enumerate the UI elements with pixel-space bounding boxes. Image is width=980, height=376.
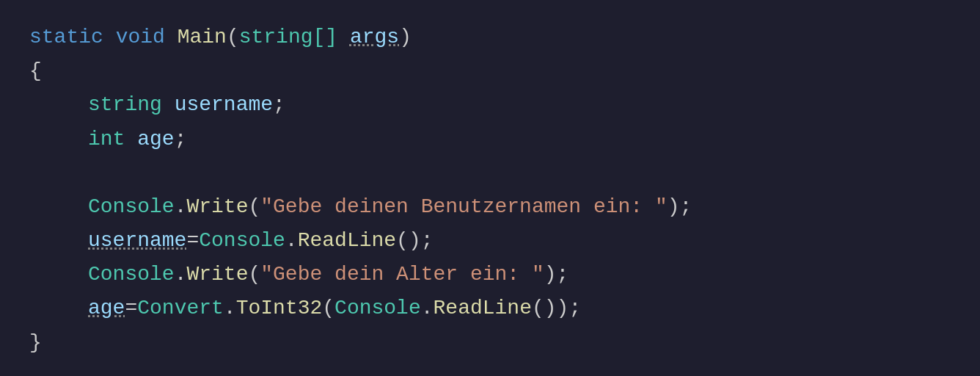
code-line-4: int age ; bbox=[29, 123, 951, 156]
code-line-7: username = Console . ReadLine () ; bbox=[29, 224, 951, 258]
param-name-args: args bbox=[350, 21, 399, 54]
code-line-1: static void Main ( string[] args ) bbox=[29, 21, 951, 54]
inner-parens: () bbox=[532, 292, 557, 325]
method-write-1: Write bbox=[186, 190, 248, 224]
string-gebe-benutzernamen: "Gebe deinen Benutzernamen ein: " bbox=[260, 190, 668, 224]
semi-3: ; bbox=[680, 190, 692, 224]
paren-open: ( bbox=[227, 21, 239, 54]
param-type-string: string[] bbox=[239, 21, 337, 54]
code-editor: static void Main ( string[] args ) { str… bbox=[0, 0, 980, 376]
code-line-8: Console . Write ( "Gebe dein Alter ein: … bbox=[29, 258, 951, 292]
dot-4: . bbox=[224, 292, 236, 325]
code-line-6: Console . Write ( "Gebe deinen Benutzern… bbox=[29, 190, 951, 224]
function-name-main: Main bbox=[178, 21, 227, 54]
dot-2: . bbox=[285, 224, 298, 258]
method-readline-2: ReadLine bbox=[434, 292, 532, 325]
semi-4: ; bbox=[421, 224, 434, 258]
semi-1: ; bbox=[273, 88, 285, 122]
empty-line-1 bbox=[29, 156, 951, 190]
keyword-void: void bbox=[116, 21, 165, 54]
code-block: static void Main ( string[] args ) { str… bbox=[29, 21, 951, 360]
dot-5: . bbox=[421, 292, 434, 325]
method-readline-1: ReadLine bbox=[298, 224, 396, 258]
paren-close-4: ) bbox=[557, 292, 569, 325]
code-line-10: } bbox=[29, 326, 951, 360]
var-age: age bbox=[137, 123, 174, 156]
dot-3: . bbox=[175, 258, 187, 292]
operator-eq-2: = bbox=[125, 292, 137, 325]
code-line-3: string username ; bbox=[29, 88, 951, 122]
brace-open: { bbox=[29, 54, 42, 88]
class-console-4: Console bbox=[334, 292, 421, 325]
paren-close: ) bbox=[399, 21, 412, 54]
semi-6: ; bbox=[568, 292, 581, 325]
keyword-int: int bbox=[88, 123, 125, 156]
var-username-assign: username bbox=[88, 224, 186, 258]
semi-5: ; bbox=[557, 258, 569, 292]
paren-close-3: ) bbox=[544, 258, 557, 292]
keyword-static: static bbox=[29, 21, 103, 54]
brace-close: } bbox=[29, 326, 42, 360]
var-username: username bbox=[175, 88, 273, 122]
method-write-2: Write bbox=[186, 258, 248, 292]
paren-close-2: ) bbox=[668, 190, 680, 224]
var-age-assign: age bbox=[88, 292, 125, 325]
class-console-2: Console bbox=[199, 224, 285, 258]
string-gebe-alter: "Gebe dein Alter ein: " bbox=[260, 258, 544, 292]
code-line-2: { bbox=[29, 54, 951, 88]
paren-open-3: ( bbox=[248, 258, 260, 292]
keyword-string: string bbox=[88, 88, 162, 122]
operator-eq-1: = bbox=[186, 224, 199, 258]
method-toint32: ToInt32 bbox=[236, 292, 323, 325]
class-console-1: Console bbox=[88, 190, 175, 224]
dot-1: . bbox=[175, 190, 187, 224]
class-console-3: Console bbox=[88, 258, 175, 292]
paren-open-4: ( bbox=[322, 292, 334, 325]
code-line-9: age = Convert . ToInt32 ( Console . Read… bbox=[29, 292, 951, 325]
paren-open-2: ( bbox=[248, 190, 260, 224]
class-convert: Convert bbox=[137, 292, 224, 325]
semi-2: ; bbox=[175, 123, 187, 156]
parens-1: () bbox=[396, 224, 421, 258]
